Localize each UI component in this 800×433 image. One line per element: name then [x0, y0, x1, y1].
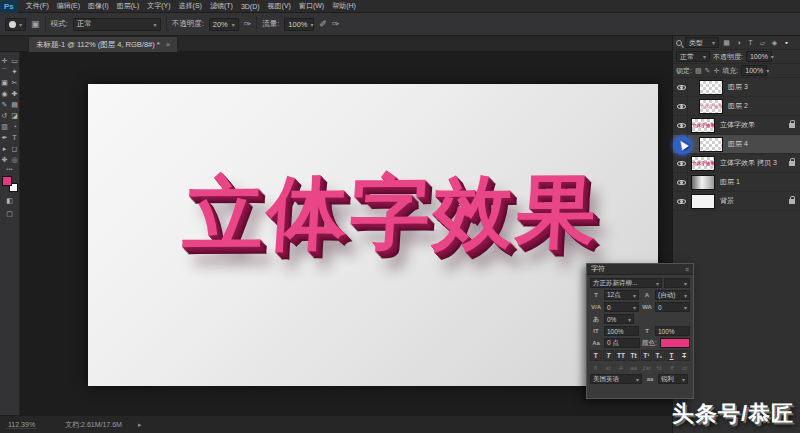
kerning-select[interactable]: 0▾ [604, 302, 639, 312]
font-size-select[interactable]: 12点▾ [604, 290, 639, 300]
filter-pixel-icon[interactable]: ▦ [722, 39, 731, 47]
panel-menu-icon[interactable]: ≡ [685, 266, 689, 273]
layers-opacity-select[interactable]: 100%▾ [746, 51, 772, 62]
crop-tool[interactable]: ▣ [0, 77, 10, 88]
slice-tool[interactable]: ✂ [10, 77, 20, 88]
subscript-button[interactable]: T₁ [653, 350, 665, 361]
layer-row[interactable]: 立体字效果 立体字效果 拷贝 3 [673, 154, 800, 173]
swash-button[interactable]: aa [628, 363, 639, 372]
zoom-level-field[interactable]: 112.39% [6, 421, 37, 429]
layer-row[interactable]: 立体字效果 图层 2 [673, 97, 800, 116]
tracking-select[interactable]: 0▾ [655, 302, 690, 312]
mode-select[interactable]: 正常▾ [73, 18, 161, 31]
all-caps-button[interactable]: TT [615, 350, 627, 361]
underline-button[interactable]: T [666, 350, 678, 361]
font-family-select[interactable]: 方正苏新诗柳...▾ [590, 278, 662, 288]
document-tab[interactable]: 未标题-1 @ 112% (图层 4, RGB/8#) * × [28, 36, 178, 52]
layer-thumbnail[interactable] [691, 175, 715, 190]
char-color-swatch[interactable] [660, 338, 690, 348]
menu-help[interactable]: 帮助(H) [328, 1, 360, 11]
dodge-tool[interactable]: ◔ [10, 121, 20, 132]
visibility-toggle[interactable] [675, 78, 688, 96]
healing-brush-tool[interactable]: ✚ [10, 88, 20, 99]
lock-transparency-icon[interactable]: ▨ [695, 67, 702, 75]
filter-adjustment-icon[interactable]: ◑ [734, 39, 743, 46]
shape-tool[interactable]: ◻ [10, 143, 20, 154]
menu-select[interactable]: 选择(S) [175, 1, 206, 11]
eyedropper-tool[interactable]: ◉ [0, 88, 10, 99]
visibility-toggle[interactable] [675, 192, 688, 210]
layer-row[interactable]: 立体字效果 立体字效果 [673, 116, 800, 135]
small-caps-button[interactable]: Tt [628, 350, 640, 361]
layer-thumbnail[interactable] [699, 137, 723, 152]
opacity-select[interactable]: 20%▾ [209, 18, 239, 31]
menu-window[interactable]: 窗口(W) [295, 1, 328, 11]
blend-mode-select[interactable]: 正常▾ [676, 51, 710, 62]
close-icon[interactable]: × [166, 40, 171, 49]
document-area[interactable]: 立体字效果 [20, 52, 672, 415]
canvas[interactable]: 立体字效果 [88, 84, 658, 386]
pressure-opacity-icon[interactable]: ✑ [244, 19, 252, 29]
gradient-tool[interactable]: ▥ [0, 121, 10, 132]
menu-layer[interactable]: 图层(L) [113, 1, 144, 11]
menu-image[interactable]: 图像(I) [84, 1, 113, 11]
discretionary-ligatures-button[interactable]: A [616, 363, 627, 372]
layer-thumbnail[interactable]: 立体字效果 [691, 156, 715, 171]
flow-select[interactable]: 100%▾ [284, 18, 314, 31]
filter-pin-icon[interactable]: ▪ [782, 39, 791, 46]
menu-type[interactable]: 文字(Y) [143, 1, 174, 11]
foreground-swatch[interactable] [2, 176, 12, 186]
history-brush-tool[interactable]: ↺ [0, 110, 10, 121]
stylistic-alternates-button[interactable]: 1st [641, 363, 652, 372]
status-arrow-icon[interactable]: ▸ [138, 421, 142, 429]
layer-thumbnail[interactable] [691, 194, 715, 209]
eraser-tool[interactable]: ◪ [10, 110, 20, 121]
lock-pixels-icon[interactable]: ✎ [705, 67, 711, 75]
layer-thumbnail[interactable]: 立体字效果 [691, 118, 715, 133]
menu-filter[interactable]: 滤镜(T) [206, 1, 237, 11]
hand-tool[interactable]: ✥ [0, 154, 10, 165]
fill-select[interactable]: 100%▾ [741, 65, 767, 76]
character-panel-header[interactable]: 字符 ≡ [587, 264, 693, 275]
screen-mode-icon[interactable]: ▢ [5, 208, 15, 219]
faux-italic-button[interactable]: T [603, 350, 615, 361]
v-scale-field[interactable]: 100% [604, 326, 639, 336]
zoom-tool[interactable]: ◎ [10, 154, 20, 165]
layer-thumbnail[interactable]: 立体字效果 [699, 99, 723, 114]
visibility-toggle[interactable] [675, 173, 688, 191]
filter-type-icon[interactable]: T [746, 39, 755, 46]
ligatures-button[interactable]: fi [590, 363, 601, 372]
move-tool[interactable]: ✛ [0, 55, 10, 66]
faux-bold-button[interactable]: T [590, 350, 602, 361]
strikethrough-button[interactable]: T [678, 350, 690, 361]
brush-tool[interactable]: ✎ [0, 99, 10, 110]
magic-wand-tool[interactable]: ✦ [10, 66, 20, 77]
type-tool[interactable]: T [10, 132, 20, 143]
fractions-button[interactable]: ½ [654, 363, 665, 372]
marquee-tool[interactable]: ▭ [10, 55, 20, 66]
layer-row[interactable]: 背景 [673, 192, 800, 211]
lasso-tool[interactable]: ⌒ [0, 66, 10, 77]
brush-preset-picker[interactable]: ▾ [5, 18, 26, 31]
superscript-button[interactable]: T¹ [641, 350, 653, 361]
filter-type-select[interactable]: 类型▾ [685, 37, 719, 48]
h-scale-field[interactable]: 100% [655, 326, 690, 336]
filter-shape-icon[interactable]: ▱ [758, 39, 767, 47]
quick-mask-icon[interactable]: ◧ [5, 195, 15, 206]
menu-3d[interactable]: 3D(D) [237, 3, 264, 10]
lock-position-icon[interactable]: ✛ [713, 67, 719, 75]
pen-tool[interactable]: ✒ [0, 132, 10, 143]
language-select[interactable]: 美国英语▾ [590, 374, 642, 384]
visibility-toggle[interactable] [675, 97, 688, 115]
layer-row-selected[interactable]: 图层 4 [673, 135, 800, 154]
titling-alternates-button[interactable]: ct [679, 363, 690, 372]
visibility-toggle[interactable] [675, 116, 688, 134]
layer-thumbnail[interactable] [699, 80, 723, 95]
layer-row[interactable]: 图层 3 [673, 78, 800, 97]
layer-row[interactable]: 图层 1 [673, 173, 800, 192]
contextual-alternates-button[interactable]: st [603, 363, 614, 372]
menu-file[interactable]: 文件(F) [22, 1, 53, 11]
font-style-select[interactable]: ▾ [664, 278, 690, 288]
ordinals-button[interactable]: ff [667, 363, 678, 372]
airbrush-icon[interactable]: ✐ [319, 19, 327, 29]
